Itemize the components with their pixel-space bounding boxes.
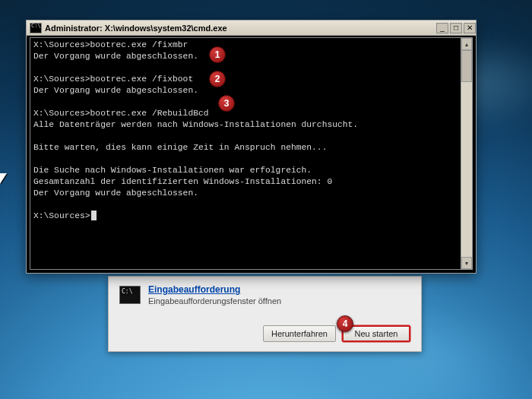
- scroll-down-button[interactable]: ▾: [461, 257, 472, 269]
- annotation-marker-1: 1: [209, 46, 226, 63]
- mouse-cursor: [0, 173, 11, 188]
- cmd-prompt-description: Eingabeaufforderungsfenster öffnen: [148, 296, 281, 306]
- annotation-marker-2: 2: [209, 71, 226, 87]
- cmd-window: Administrator: X:\windows\system32\cmd.e…: [26, 20, 477, 274]
- cmd-prompt-icon: [119, 286, 141, 304]
- cmd-prompt-link[interactable]: Eingabeaufforderung: [148, 284, 281, 295]
- cmd-title-text: Administrator: X:\windows\system32\cmd.e…: [45, 24, 227, 33]
- cmd-titlebar[interactable]: Administrator: X:\windows\system32\cmd.e…: [27, 21, 476, 36]
- close-button[interactable]: ✕: [464, 23, 476, 33]
- options-panel: Eingabeaufforderung Eingabeaufforderungs…: [108, 276, 422, 352]
- minimize-button[interactable]: _: [436, 23, 448, 33]
- text-cursor: [91, 211, 97, 220]
- maximize-button[interactable]: □: [450, 23, 462, 33]
- annotation-marker-3: 3: [218, 95, 235, 112]
- scroll-up-button[interactable]: ▴: [461, 38, 472, 50]
- annotation-marker-4: 4: [337, 315, 353, 332]
- cmd-scrollbar[interactable]: ▴ ▾: [461, 37, 473, 270]
- scroll-thumb[interactable]: [461, 50, 472, 82]
- cmd-output[interactable]: X:\Sources>bootrec.exe /fixmbr Der Vorga…: [30, 37, 473, 270]
- shutdown-button[interactable]: Herunterfahren: [263, 325, 336, 342]
- cmd-icon: [30, 23, 42, 33]
